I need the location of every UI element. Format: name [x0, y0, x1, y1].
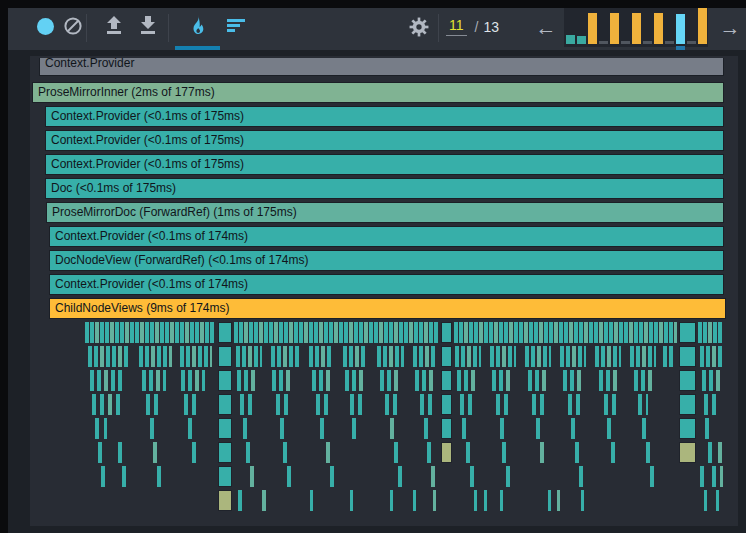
flame-bar[interactable] [283, 442, 287, 463]
flame-bar[interactable] [319, 322, 323, 343]
flame-bar[interactable] [312, 370, 316, 391]
flame-bar[interactable] [175, 322, 179, 343]
flame-bar[interactable] [422, 370, 426, 391]
flame-bar[interactable] [570, 370, 574, 391]
flame-bar[interactable] [394, 322, 398, 343]
flame-bar[interactable] [359, 370, 363, 391]
flame-bar[interactable] [95, 418, 99, 439]
flame-bar[interactable] [339, 322, 343, 343]
flame-bar[interactable] [254, 322, 258, 343]
flame-bar[interactable] [155, 322, 159, 343]
flame-bar[interactable] [549, 322, 553, 343]
flame-bar[interactable] [142, 370, 146, 391]
flame-bar[interactable] [358, 394, 362, 415]
flame-bar[interactable] [540, 394, 544, 415]
flame-bar[interactable] [642, 346, 646, 367]
flame-bar[interactable] [145, 322, 149, 343]
flame-bar[interactable] [638, 394, 642, 415]
flame-bar[interactable] [146, 394, 150, 415]
flame-bar[interactable] [240, 394, 244, 415]
flame-bar[interactable] [470, 466, 474, 487]
flame-bar[interactable] [415, 370, 419, 391]
flame-bar[interactable] [589, 322, 593, 343]
flame-bar[interactable] [244, 370, 248, 391]
flame-bar[interactable] [90, 370, 94, 391]
flame-bar[interactable] [702, 370, 706, 391]
flame-bar[interactable] [390, 418, 394, 439]
flame-bar[interactable] [581, 490, 584, 511]
flame-bar[interactable] [329, 322, 333, 343]
flame-bar[interactable] [380, 370, 384, 391]
flame-bar[interactable] [669, 322, 673, 343]
flame-bar[interactable] [210, 322, 214, 343]
flame-bar[interactable] [641, 370, 645, 391]
flame-bar[interactable] [489, 322, 493, 343]
flame-bar[interactable] [500, 418, 504, 439]
flame-bar[interactable] [218, 442, 232, 463]
flame-bar[interactable] [218, 490, 232, 511]
flame-bar[interactable] [315, 346, 319, 367]
flame-bar[interactable] [287, 466, 291, 487]
flame-bar[interactable] [260, 346, 262, 367]
flame-bar[interactable] [352, 370, 356, 391]
flame-bar[interactable] [195, 370, 199, 391]
flame-bar[interactable] [284, 394, 288, 415]
flame-bar[interactable] [574, 322, 578, 343]
flame-bar[interactable] [398, 466, 402, 487]
flame-bar[interactable] [383, 346, 387, 367]
flame-row[interactable]: Context.Provider (<0.1ms of 174ms) [49, 274, 724, 295]
flame-bar[interactable] [599, 322, 603, 343]
flame-bar[interactable] [104, 418, 107, 439]
flame-bar[interactable] [484, 490, 487, 511]
flame-bar[interactable] [264, 322, 268, 343]
flame-bar[interactable] [320, 418, 324, 439]
flame-bar[interactable] [377, 346, 381, 367]
flame-bar[interactable] [519, 322, 523, 343]
flame-bar[interactable] [712, 346, 716, 367]
flame-bar[interactable] [429, 370, 433, 391]
flame-bar[interactable] [434, 322, 438, 343]
flame-bar[interactable] [492, 370, 496, 391]
flame-bar[interactable] [210, 346, 212, 367]
flame-bar[interactable] [387, 370, 391, 391]
flame-bar[interactable] [279, 370, 283, 391]
commit-bar[interactable] [599, 41, 608, 44]
flame-bar[interactable] [584, 346, 586, 367]
flame-bar[interactable] [613, 370, 617, 391]
flame-bar[interactable] [409, 322, 413, 343]
flame-bar[interactable] [611, 442, 615, 463]
flame-bar[interactable] [548, 490, 551, 511]
flame-bar[interactable] [431, 346, 435, 367]
flame-bar[interactable] [111, 370, 115, 391]
flame-bar[interactable] [192, 394, 196, 415]
flame-bar[interactable] [218, 394, 232, 415]
flame-bar[interactable] [464, 370, 468, 391]
flame-bar[interactable] [104, 370, 108, 391]
next-commit-button[interactable]: → [716, 12, 744, 44]
flame-bar[interactable] [704, 490, 707, 511]
flame-bar[interactable] [140, 322, 144, 343]
flame-bar[interactable] [420, 394, 424, 415]
flame-bar[interactable] [324, 394, 328, 415]
flame-bar[interactable] [424, 418, 428, 439]
flame-row[interactable]: Context.Provider (<0.1ms of 174ms) [49, 226, 724, 247]
flame-bar[interactable] [218, 370, 232, 391]
flame-bar[interactable] [664, 322, 668, 343]
flame-bar[interactable] [624, 322, 628, 343]
flame-bar[interactable] [151, 346, 155, 367]
flame-row[interactable]: Context.Provider (<0.1ms of 175ms) [45, 154, 724, 175]
flame-bar[interactable] [663, 346, 667, 367]
flame-bar[interactable] [705, 418, 709, 439]
flame-bar[interactable] [648, 346, 652, 367]
flame-bar[interactable] [619, 346, 621, 367]
flame-bar[interactable] [464, 322, 468, 343]
flame-bar[interactable] [559, 322, 563, 343]
flame-bar[interactable] [413, 346, 417, 367]
flame-bar[interactable] [649, 322, 653, 343]
flame-bar[interactable] [262, 490, 266, 511]
flame-bar[interactable] [238, 490, 242, 511]
flame-bar[interactable] [572, 346, 576, 367]
flame-bar[interactable] [601, 346, 605, 367]
clear-profile-button[interactable] [63, 16, 83, 36]
flame-bar[interactable] [669, 346, 673, 367]
